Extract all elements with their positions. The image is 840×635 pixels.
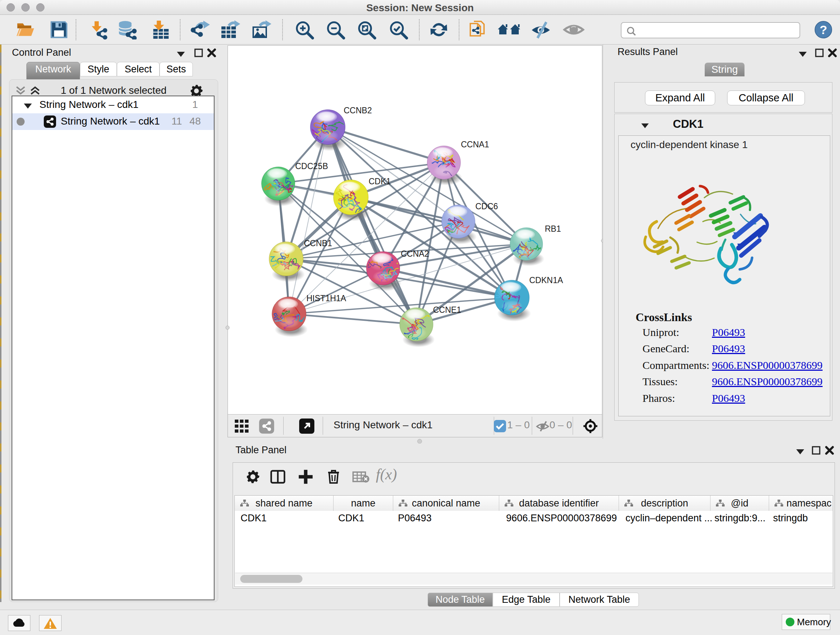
svg-text:CDKN1A: CDKN1A xyxy=(529,276,563,285)
svg-text:CDK1: CDK1 xyxy=(369,177,391,186)
svg-text:RB1: RB1 xyxy=(545,224,561,233)
svg-text:CCNB1: CCNB1 xyxy=(304,239,332,248)
svg-text:CCNA2: CCNA2 xyxy=(401,249,429,258)
svg-text:CCNA1: CCNA1 xyxy=(461,140,489,149)
svg-text:HIST1H1A: HIST1H1A xyxy=(306,294,347,303)
svg-text:CDC25B: CDC25B xyxy=(295,162,328,171)
svg-text:?: ? xyxy=(820,23,827,36)
svg-text:CDC6: CDC6 xyxy=(475,202,498,211)
svg-text:CCNB2: CCNB2 xyxy=(344,106,372,115)
svg-text:CCNE1: CCNE1 xyxy=(433,305,461,315)
